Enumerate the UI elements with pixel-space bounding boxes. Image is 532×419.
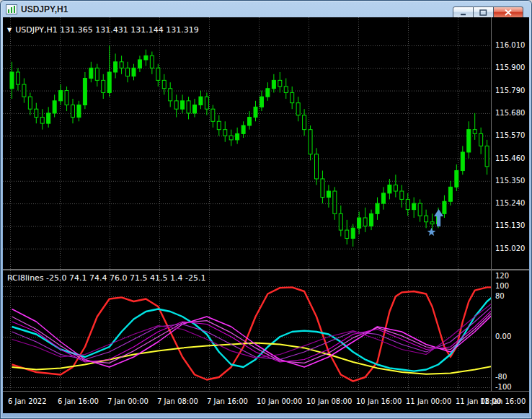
rci-red xyxy=(12,287,492,381)
indicator-axis-label: 80 xyxy=(495,292,505,300)
price-axis-label: 115.680 xyxy=(495,109,525,117)
rci-purple xyxy=(12,306,492,360)
price-axis-label: 115.350 xyxy=(495,177,525,185)
price-axis-label: 115.130 xyxy=(495,221,525,229)
time-axis-label: 11 Jan 00:00 xyxy=(406,397,451,405)
window-title: USDJPY,H1 xyxy=(21,4,68,14)
candlestick-chart[interactable] xyxy=(3,17,491,392)
close-icon xyxy=(505,9,512,16)
time-axis-label: 7 Jan 16:00 xyxy=(207,397,248,405)
chart-client-area: ▼USDJPY,H1 131.365 131.431 131.144 131.3… xyxy=(3,17,529,413)
maximize-icon xyxy=(479,9,487,16)
time-axis-label: 11 Jan 16:00 xyxy=(480,397,526,405)
rci-violet xyxy=(12,309,492,363)
window-titlebar[interactable]: USDJPY,H1 xyxy=(1,1,531,17)
price-axis-label: 115.240 xyxy=(495,199,525,207)
indicator-axis-label: -100 xyxy=(495,383,512,391)
time-axis-label: 10 Jan 00:00 xyxy=(257,397,302,405)
chart-info-label: ▼USDJPY,H1 131.365 131.431 131.144 131.3… xyxy=(7,25,199,35)
time-axis-label: 6 Jan 2022 xyxy=(8,397,47,405)
indicator-axis-label: 100 xyxy=(495,282,509,290)
indicator-axis-label: 0.00 xyxy=(495,332,511,340)
grid-lines xyxy=(3,17,491,391)
price-axis[interactable]: 116.010115.900115.790115.680115.570115.4… xyxy=(492,17,529,392)
indicator-axis-label: 120 xyxy=(495,272,509,280)
time-axis-label: 6 Jan 16:00 xyxy=(58,397,99,405)
buy-arrow-icon[interactable] xyxy=(434,209,443,226)
time-axis-label: 10 Jan 16:00 xyxy=(356,397,402,405)
ohlc-info: USDJPY,H1 131.365 131.431 131.144 131.31… xyxy=(15,25,199,35)
symbol-dropdown-icon[interactable]: ▼ xyxy=(7,27,12,33)
chart-window-icon xyxy=(6,4,17,14)
buy-signal[interactable] xyxy=(427,209,443,236)
minimize-icon xyxy=(460,9,467,16)
price-axis-label: 115.790 xyxy=(495,87,525,94)
rci-magenta xyxy=(12,309,492,368)
time-axis-label: 7 Jan 00:00 xyxy=(107,397,148,405)
price-axis-label: 115.460 xyxy=(495,154,525,162)
indicator-info-label: RCI8lines -25.0 74.1 74.4 76.0 71.5 41.5… xyxy=(7,273,205,283)
price-axis-label: 116.010 xyxy=(495,41,525,49)
indicator-lines xyxy=(12,287,492,381)
time-axis-label: 10 Jan 08:00 xyxy=(306,397,352,405)
candles-series xyxy=(10,45,491,247)
indicator-axis-label: -80 xyxy=(495,373,507,381)
price-axis-label: 115.020 xyxy=(495,244,525,252)
pane-divider[interactable] xyxy=(3,269,529,270)
star-icon[interactable] xyxy=(427,228,436,236)
price-axis-label: 115.570 xyxy=(495,131,525,139)
application-window: USDJPY,H1 ▼USDJPY,H1 131.365 131.431 131… xyxy=(0,0,532,419)
time-axis[interactable]: 6 Jan 20226 Jan 16:007 Jan 00:007 Jan 08… xyxy=(3,392,529,413)
time-axis-label: 7 Jan 08:00 xyxy=(157,397,198,405)
price-axis-label: 115.900 xyxy=(495,63,525,71)
